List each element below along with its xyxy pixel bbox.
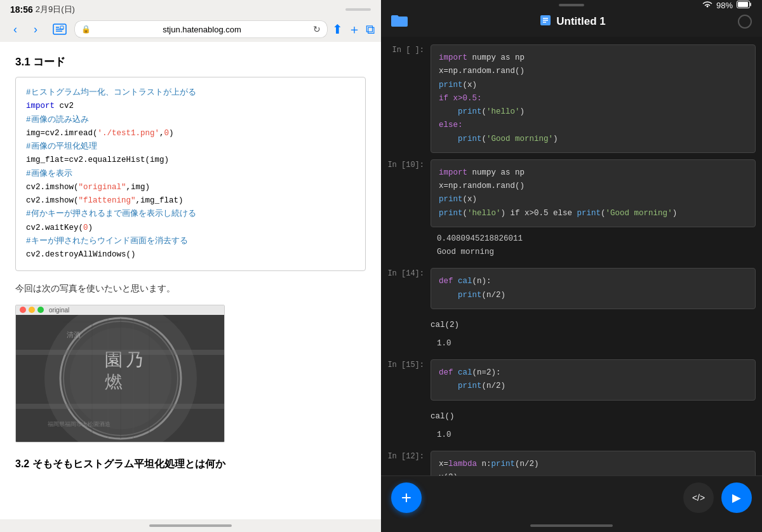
notebook-menu-button[interactable] [738, 15, 752, 29]
svg-text:福岡県福岡市大松園酒造: 福岡県福岡市大松園酒造 [48, 421, 110, 427]
share-button[interactable]: ⬆ [332, 22, 343, 37]
cell-3: In [14]: def cal(n): print(n/2) [381, 265, 762, 312]
run-button[interactable]: ▶ [721, 482, 752, 513]
svg-rect-20 [16, 350, 225, 355]
window-title: original [49, 307, 69, 314]
back-button[interactable]: ‹ [6, 20, 24, 38]
code-block: #ヒストグラム均一化、コントラストが上がる import cv2 #画像の読み込… [15, 77, 366, 271]
reader-button[interactable] [50, 20, 70, 38]
toolbar-actions: ⬆ ＋ ⧉ [332, 21, 375, 38]
code-line: if x>0.5: [439, 92, 747, 105]
code-line: x=np.random.rand() [439, 65, 747, 78]
code-line-3: #画像の読み込み [26, 114, 355, 127]
code-line: def cal(n=2): [439, 366, 747, 380]
safari-content[interactable]: 3.1 コード #ヒストグラム均一化、コントラストが上がる import cv2… [0, 42, 381, 519]
status-left: 18:56 2月9日(日) [10, 4, 75, 15]
jupyter-cells[interactable]: In [ ]: import numpy as np x=np.random.r… [381, 37, 762, 475]
code-line-10: #何かキーが押されるまで画像を表示し続ける [26, 208, 355, 221]
folder-icon[interactable] [391, 13, 408, 30]
bottom-right-buttons: </> ▶ [683, 482, 752, 513]
cell-3-code[interactable]: def cal(n): print(n/2) [431, 268, 756, 309]
code-line-9: cv2.imshow("flattening",img_flat) [26, 194, 355, 208]
cell-4-input: In [15]: def cal(n=2): print(n/2) [381, 357, 762, 403]
code-line: print(x) [439, 79, 747, 92]
section-title-1: 3.1 コード [15, 55, 366, 69]
cell-4b-output: 1.0 [381, 426, 762, 447]
cell-4b-label [387, 407, 431, 408]
run-icon: ▶ [732, 491, 741, 505]
code-line: import numpy as np [439, 51, 747, 65]
cell-4-code[interactable]: def cal(n=2): print(n/2) [431, 359, 756, 401]
code-line-4: img=cv2.imread('./test1.png',0) [26, 127, 355, 140]
forward-button[interactable]: › [27, 20, 44, 38]
cell-1: In [ ]: import numpy as np x=np.random.r… [381, 42, 762, 156]
win-min-btn[interactable] [29, 307, 35, 313]
code-view-button[interactable]: </> [683, 482, 714, 513]
url-bar[interactable]: 🔒 stjun.hatenablog.com ↻ [75, 21, 327, 37]
svg-text:清酒: 清酒 [67, 331, 81, 338]
cell-5-code[interactable]: x=lambda n:print(n/2) x(2) [431, 451, 756, 475]
cell-2: In [10]: import numpy as np x=np.random.… [381, 157, 762, 265]
code-line: print('hello') if x>0.5 else print('Good… [439, 207, 747, 220]
code-line: print('Good morning') [439, 133, 747, 146]
win-max-btn[interactable] [37, 307, 44, 313]
code-line: print(x) [439, 193, 747, 206]
output-line: 1.0 [437, 429, 756, 442]
code-line: def cal(n): [439, 275, 747, 288]
code-line-8: cv2.imshow("original",img) [26, 181, 355, 194]
code-line: x(2) [439, 471, 747, 475]
refresh-icon[interactable]: ↻ [313, 24, 321, 34]
status-date: 2月9日(日) [36, 4, 75, 15]
code-line-7: #画像を表示 [26, 168, 355, 181]
cell-1-label: In [ ]: [387, 44, 431, 55]
window-titlebar: original [16, 305, 224, 315]
output-line: Good morning [437, 246, 756, 259]
jupyter-home-indicator [381, 519, 762, 532]
jupyter-home-bar [530, 524, 613, 527]
cell-2-code[interactable]: import numpy as np x=np.random.rand() pr… [431, 159, 756, 227]
code-line: print('hello') [439, 105, 747, 119]
photo-image: 園 乃 燃 清酒 福岡県福岡市大松園酒造 [16, 315, 225, 442]
code-line-11: cv2.waitKey(0) [26, 222, 355, 235]
cell-1-code[interactable]: import numpy as np x=np.random.rand() pr… [431, 44, 756, 153]
code-line-13: cv2.destroyAllWindows() [26, 248, 355, 262]
new-tab-button[interactable]: ＋ [348, 21, 361, 38]
safari-toolbar: ‹ › 🔒 stjun.hatenablog.com ↻ ⬆ ＋ ⧉ [0, 18, 381, 42]
right-panel: 98% [381, 0, 762, 532]
left-home-indicator [0, 519, 381, 532]
cell-5-input: In [12]: x=lambda n:print(n/2) x(2) [381, 448, 762, 475]
cell-5: In [12]: x=lambda n:print(n/2) x(2) 1.0 [381, 448, 762, 475]
jupyter-title: Untitled 1 [408, 15, 738, 29]
svg-rect-21 [16, 404, 225, 409]
cell-3-input: In [14]: def cal(n): print(n/2) [381, 265, 762, 312]
svg-text:燃: 燃 [105, 372, 123, 392]
cell-3b-inline: cal(2) [431, 316, 756, 332]
safari-status-bar: 18:56 2月9日(日) [0, 0, 381, 18]
tabs-button[interactable]: ⧉ [366, 22, 375, 37]
url-text: stjun.hatenablog.com [95, 25, 309, 34]
add-cell-button[interactable]: + [391, 482, 422, 513]
lock-icon: 🔒 [81, 25, 91, 34]
section-title-2: 3.2 そもそもヒストグラム平坦化処理とは何か [15, 458, 366, 471]
cell-2-output: 0.4080945218826011 Good morning [381, 230, 762, 265]
cell-4b: cal() 1.0 [381, 404, 762, 447]
status-time: 18:56 [10, 4, 33, 15]
jupyter-status-bar: 98% [381, 0, 762, 9]
cell-3b-label [387, 316, 431, 317]
cell-3b-output: 1.0 [381, 335, 762, 356]
cell-4: In [15]: def cal(n=2): print(n/2) [381, 357, 762, 403]
svg-rect-23 [738, 2, 748, 7]
code-line: x=np.random.rand() [439, 180, 747, 193]
output-line: 1.0 [437, 337, 756, 350]
cell-4b-input: cal() [381, 404, 762, 426]
code-line: x=lambda n:print(n/2) [439, 458, 747, 471]
cell-2-label: In [10]: [387, 159, 431, 170]
jupyter-bottom-bar: + </> ▶ [381, 475, 762, 519]
code-line: else: [439, 119, 747, 132]
jupyter-top-indicator [559, 4, 584, 6]
cell-3b-input: cal(2) [381, 313, 762, 335]
toolbar-nav: ‹ › [6, 20, 44, 38]
win-close-btn[interactable] [20, 307, 26, 313]
code-line-12: #キーが押されたらウインド画面を消去する [26, 235, 355, 248]
cell-4b-inline: cal() [431, 407, 756, 423]
